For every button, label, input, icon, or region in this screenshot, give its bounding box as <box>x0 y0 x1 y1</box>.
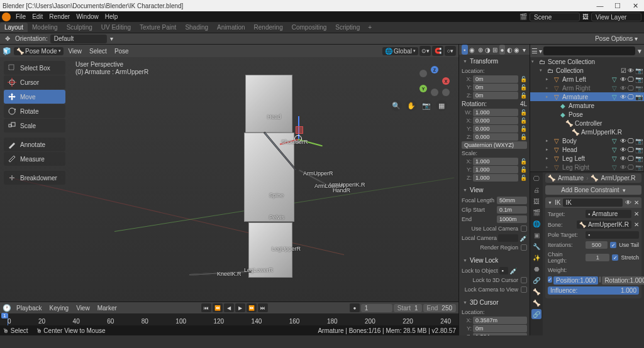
restrict-toggle[interactable]: ☑ <box>621 67 626 74</box>
scale-z-field[interactable]: 1.000 <box>473 174 518 182</box>
shading-wireframe[interactable]: ⊞ <box>492 45 498 55</box>
props-tab-bone-constraint[interactable]: 🔗 <box>531 309 541 319</box>
keyframe-next-button[interactable]: ⏩ <box>247 303 257 312</box>
3d-viewport[interactable]: Select Box Cursor Move Rotate Scale Anno… <box>0 57 458 335</box>
tree-item-leg-left[interactable]: ▸▽Leg Left▽👁🖵📷 <box>530 154 644 163</box>
tree-item-arm-right[interactable]: ▸▽Arm Right▽👁🖵📷 <box>530 84 644 92</box>
tree-scene-collection[interactable]: ▾🗀Scene Collection <box>530 57 644 66</box>
tool-annotate[interactable]: Annotate <box>4 138 65 151</box>
props-tab-scene[interactable]: 🎬 <box>531 207 541 217</box>
orientation-select[interactable]: Default <box>50 35 107 43</box>
tab-shading[interactable]: Shading <box>180 23 213 32</box>
tab-scripting[interactable]: Scripting <box>331 23 364 32</box>
timeline-marker[interactable]: Marker <box>95 305 119 312</box>
tab-layout[interactable]: Layout <box>0 23 28 32</box>
tab-modeling[interactable]: Modeling <box>28 23 62 32</box>
props-tab-output[interactable]: 🖨 <box>531 185 541 195</box>
nav-x-axis[interactable]: X <box>442 77 450 85</box>
timeline-keying[interactable]: Keying <box>47 305 72 312</box>
tree-item-body[interactable]: ▸▽Body▽👁🖵📷 <box>530 136 644 145</box>
lock-camera-checkbox[interactable] <box>521 286 527 293</box>
lock-object-field[interactable]: ▪ <box>499 267 508 275</box>
snap-toggle[interactable]: 🧲 <box>432 46 443 56</box>
props-tab-modifiers[interactable]: 🔧 <box>531 241 541 251</box>
shading-options[interactable]: ▾ <box>521 45 528 55</box>
menu-window[interactable]: Window <box>73 13 102 20</box>
vp-menu-view[interactable]: View <box>66 48 85 55</box>
props-tab-armature[interactable]: 🦴 <box>531 286 541 296</box>
cursor-y-field[interactable]: 0m <box>473 325 527 332</box>
rot-w-field[interactable]: 1.000 <box>473 109 518 116</box>
tree-item-armature[interactable]: ▸▽Armature▽👁🖵📷 <box>530 92 644 101</box>
vp-menu-pose[interactable]: Pose <box>112 48 131 55</box>
menu-file[interactable]: File <box>13 13 29 20</box>
view-panel-title[interactable]: View <box>462 185 527 195</box>
nav-y-axis[interactable]: Y <box>419 85 427 92</box>
keyframe-prev-button[interactable]: ⏪ <box>213 303 223 312</box>
clip-start-field[interactable]: 0.1m <box>497 206 527 214</box>
eyedropper-icon[interactable]: 💉 <box>509 268 517 275</box>
timeline-view[interactable]: View <box>74 305 92 312</box>
shading-solid[interactable]: ● <box>499 45 506 55</box>
collapse-icon[interactable]: ▼ <box>548 200 552 205</box>
restrict-render-icon[interactable]: 📷 <box>635 146 643 153</box>
restrict-render-icon[interactable]: 📷 <box>635 138 643 144</box>
eyedropper-icon[interactable]: 💉 <box>519 235 527 242</box>
tool-scale[interactable]: Scale <box>4 119 65 133</box>
jump-start-button[interactable]: ⏮ <box>201 303 211 312</box>
eye-icon[interactable]: 👁 <box>620 164 626 171</box>
camera-restrict-icon[interactable]: 📷 <box>635 67 643 74</box>
lock-cursor-checkbox[interactable] <box>521 277 527 283</box>
menu-render[interactable]: Render <box>46 13 73 20</box>
pan-icon[interactable]: ✋ <box>406 100 417 111</box>
restrict-render-icon[interactable]: 📷 <box>635 164 643 171</box>
nav-neg-z[interactable] <box>431 89 438 96</box>
shading-lookdev[interactable]: ◐ <box>506 45 513 55</box>
tree-item-head[interactable]: ▸▽Head▽👁🖵📷 <box>530 145 644 154</box>
nav-neg-x[interactable] <box>419 70 427 77</box>
local-camera-checkbox[interactable] <box>521 226 527 232</box>
ik-pole-field[interactable]: ▪ <box>586 231 639 239</box>
pivot-dropdown[interactable]: ⊙▾ <box>419 46 431 56</box>
outliner-search[interactable] <box>543 46 635 55</box>
clear-icon[interactable]: ✕ <box>634 210 639 217</box>
tree-collection[interactable]: ▾🗀Collection☑👁📷 <box>530 66 644 75</box>
scale-y-field[interactable]: 1.000 <box>473 166 518 173</box>
gizmo-icon[interactable]: ✥ <box>3 34 13 44</box>
tool-rotate[interactable]: Rotate <box>4 104 65 118</box>
viewlock-panel-title[interactable]: View Lock <box>462 255 527 266</box>
position-checkbox[interactable]: ✓ <box>548 276 552 283</box>
autokey-button[interactable]: ● <box>350 303 360 312</box>
tool-cursor[interactable]: Cursor <box>4 75 65 89</box>
eye-icon[interactable]: 👁 <box>620 138 626 144</box>
zoom-icon[interactable]: 🔍 <box>391 100 402 111</box>
tab-animation[interactable]: Animation <box>213 23 249 32</box>
cursor-z-field[interactable]: 1.504m <box>473 333 527 335</box>
outliner-filter[interactable]: ▼ <box>636 48 643 55</box>
local-camera-field[interactable] <box>498 234 518 242</box>
orientation-dropdown-icon[interactable]: ▾ <box>107 34 117 44</box>
close-button[interactable]: ✕ <box>629 1 641 10</box>
tab-uvediting[interactable]: UV Editing <box>97 23 135 32</box>
focal-length-field[interactable]: 50mm <box>497 197 527 204</box>
add-workspace-button[interactable]: + <box>364 23 375 32</box>
position-weight-field[interactable]: Position:1.000 <box>553 276 598 285</box>
nav-neg-y[interactable] <box>442 89 450 96</box>
constraint-name-field[interactable]: IK <box>563 198 623 207</box>
render-region-checkbox[interactable] <box>521 244 527 251</box>
tool-select-box[interactable]: Select Box <box>4 61 65 75</box>
eye-icon[interactable]: 👁 <box>620 85 626 92</box>
bone-breadcrumb[interactable]: 🦴Armature › 🦴ArmUpper.R <box>545 173 641 183</box>
loc-x-field[interactable]: 0m <box>473 75 518 83</box>
use-tail-checkbox[interactable]: ✓ <box>610 242 616 248</box>
ik-target-field[interactable]: ▪ Armature <box>586 210 631 218</box>
frame-start[interactable]: Start1 <box>394 304 422 312</box>
restrict-viewport-icon[interactable]: 🖵 <box>628 138 634 144</box>
cursor-panel-title[interactable]: 3D Cursor <box>462 297 527 308</box>
stretch-checkbox[interactable]: ✓ <box>612 254 618 261</box>
eye-icon[interactable]: 👁 <box>628 67 634 74</box>
eye-icon[interactable]: 👁 <box>620 94 626 101</box>
eye-icon[interactable]: 👁 <box>620 76 626 83</box>
props-tab-object[interactable]: ▣ <box>531 230 541 240</box>
restrict-viewport-icon[interactable]: 🖵 <box>628 146 634 153</box>
